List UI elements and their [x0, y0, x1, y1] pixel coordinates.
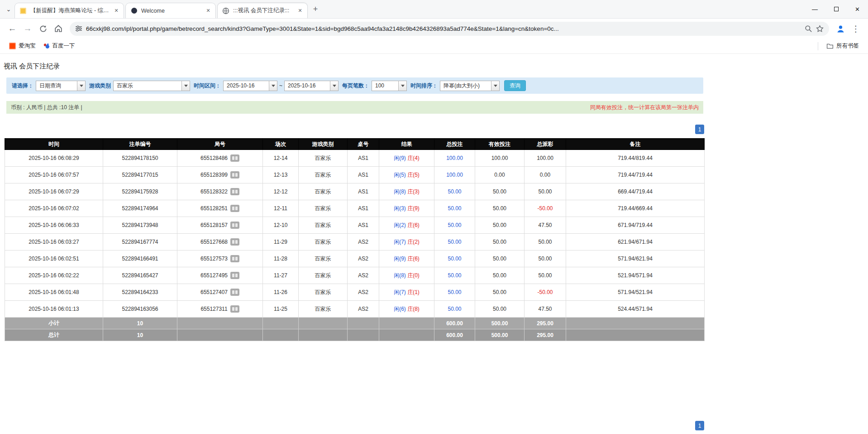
cell-note: 719.44/669.44 [566, 200, 705, 217]
summary-cell: 600.00 [434, 318, 475, 329]
page-number-button[interactable]: 1 [695, 125, 704, 134]
roadmap-icon[interactable] [230, 205, 239, 212]
tab-forum[interactable]: 【新提醒】海燕策略论坛 - 综合… ✕ [14, 3, 124, 18]
chevron-down-icon[interactable] [330, 81, 338, 91]
game-type-label: 游戏类别 [89, 82, 111, 90]
navigation-toolbar: ← → 66cxkj98.com/ipl/portal.php/game/bet… [0, 19, 868, 39]
cell-total-bet[interactable]: 100.00 [434, 150, 475, 167]
chevron-down-icon[interactable] [77, 81, 85, 91]
maximize-button[interactable] [825, 0, 847, 18]
cell-table-no: AS2 [348, 301, 379, 318]
column-header: 有效投注 [475, 139, 525, 150]
chevron-down-icon[interactable] [398, 81, 406, 91]
cell-game-type: 百家乐 [299, 200, 348, 217]
cell-payout: 50.00 [525, 234, 566, 251]
cell-payout: -50.00 [525, 200, 566, 217]
time-sort-select[interactable]: 降幂(由大到小) [440, 81, 500, 91]
summary-cell: 10 [103, 318, 177, 329]
site-settings-icon[interactable] [75, 25, 82, 32]
home-icon[interactable] [51, 21, 66, 36]
address-bar[interactable]: 66cxkj98.com/ipl/portal.php/game/betreco… [70, 22, 829, 36]
cell-total-bet[interactable]: 50.00 [434, 217, 475, 234]
cell-round: 655127573 [177, 251, 263, 267]
cell-total-bet[interactable]: 50.00 [434, 200, 475, 217]
roadmap-icon[interactable] [230, 154, 239, 162]
roadmap-icon[interactable] [230, 255, 239, 262]
zoom-icon[interactable] [805, 25, 812, 33]
game-type-select[interactable]: 百家乐 [113, 81, 190, 91]
roadmap-icon[interactable] [230, 171, 239, 178]
roadmap-icon[interactable] [230, 289, 239, 296]
search-button[interactable]: 查询 [504, 80, 526, 91]
tab-bet-records[interactable]: :::视讯 会员下注纪录::: ✕ [217, 3, 308, 18]
total-row: 总计10600.00500.00295.00 [5, 329, 705, 341]
table-row: 2025-10-16 06:07:57 522894177015 6551283… [5, 167, 705, 183]
welcome-favicon-icon [130, 7, 138, 14]
roadmap-icon[interactable] [230, 238, 239, 246]
roadmap-icon[interactable] [230, 305, 239, 313]
cell-valid-bet: 0.00 [475, 167, 525, 183]
cell-result: 闲(5) 庄(5) [379, 167, 434, 183]
cell-valid-bet: 50.00 [475, 217, 525, 234]
chevron-down-icon[interactable] [269, 81, 277, 91]
forward-icon[interactable]: → [20, 21, 35, 36]
result-player: 闲(8) [394, 188, 406, 195]
close-tab-icon[interactable]: ✕ [205, 7, 212, 14]
result-banker: 庄(0) [407, 272, 420, 279]
tab-title: :::视讯 会员下注纪录::: [233, 7, 293, 14]
page-number-button[interactable]: 1 [695, 421, 704, 430]
per-page-select[interactable]: 100 [372, 81, 407, 91]
roadmap-icon[interactable] [230, 188, 239, 195]
chevron-down-icon[interactable] [491, 81, 499, 91]
close-window-button[interactable]: ✕ [847, 0, 868, 18]
pagination-bottom: 1 [5, 421, 704, 430]
cell-round: 655128251 [177, 200, 263, 217]
cell-time: 2025-10-16 06:07:02 [5, 200, 103, 217]
cell-total-bet[interactable]: 50.00 [434, 267, 475, 284]
cell-time: 2025-10-16 06:07:29 [5, 183, 103, 200]
date-to-input[interactable]: 2025-10-16 [284, 81, 339, 91]
filter-bar: 请选择： 日期查询 游戏类别 百家乐 时间区间： 2025-10-16 ~ 20… [6, 77, 703, 94]
globe-icon [222, 7, 229, 14]
back-icon[interactable]: ← [5, 21, 20, 36]
query-type-select[interactable]: 日期查询 [36, 81, 86, 91]
cell-total-bet[interactable]: 50.00 [434, 284, 475, 301]
tab-welcome[interactable]: Welcome ✕ [125, 3, 216, 18]
date-range-label: 时间区间： [194, 82, 221, 90]
roadmap-icon[interactable] [230, 272, 239, 279]
summary-info-bar: 币别 : 人民币 | 总共 :10 注单 | 同局有效投注，统一计算在该局第一张… [6, 101, 703, 114]
minimize-button[interactable]: — [804, 0, 825, 18]
all-bookmarks-button[interactable]: 所有书签 [823, 40, 863, 52]
cell-total-bet[interactable]: 50.00 [434, 234, 475, 251]
summary-cell [566, 318, 705, 329]
cell-total-bet[interactable]: 100.00 [434, 167, 475, 183]
result-banker: 庄(1) [407, 289, 420, 295]
round-number: 655128399 [200, 172, 228, 178]
bookmarks-bar: 爱淘宝 百度一下 所有书签 [0, 39, 868, 54]
bookmark-taobao[interactable]: 爱淘宝 [5, 40, 39, 52]
close-tab-icon[interactable]: ✕ [113, 7, 120, 14]
chevron-down-icon[interactable] [181, 81, 190, 91]
profile-avatar[interactable] [833, 21, 848, 36]
roadmap-icon[interactable] [230, 222, 239, 229]
round-number: 655127495 [200, 272, 228, 279]
tab-search-chevron-icon[interactable]: ⌄ [3, 3, 14, 15]
table-row: 2025-10-16 06:02:22 522894165427 6551274… [5, 267, 705, 284]
cell-result: 闲(9) 庄(6) [379, 251, 434, 267]
cell-total-bet[interactable]: 50.00 [434, 183, 475, 200]
bookmark-star-icon[interactable] [816, 25, 824, 33]
result-banker: 庄(5) [407, 172, 420, 178]
cell-table-no: AS1 [348, 183, 379, 200]
menu-dots-icon[interactable]: ⋮ [848, 21, 863, 36]
date-from-input[interactable]: 2025-10-16 [223, 81, 277, 91]
refresh-icon[interactable] [35, 21, 51, 36]
close-tab-icon[interactable]: ✕ [296, 7, 304, 14]
bookmark-baidu[interactable]: 百度一下 [39, 40, 79, 52]
cell-total-bet[interactable]: 50.00 [434, 251, 475, 267]
cell-bet-id: 522894165427 [103, 267, 177, 284]
url-text[interactable]: 66cxkj98.com/ipl/portal.php/game/betreco… [86, 25, 801, 32]
new-tab-button[interactable]: + [309, 3, 322, 15]
cell-note: 571.94/621.94 [566, 251, 705, 267]
cell-total-bet[interactable]: 50.00 [434, 301, 475, 318]
cell-round: 655128486 [177, 150, 263, 167]
